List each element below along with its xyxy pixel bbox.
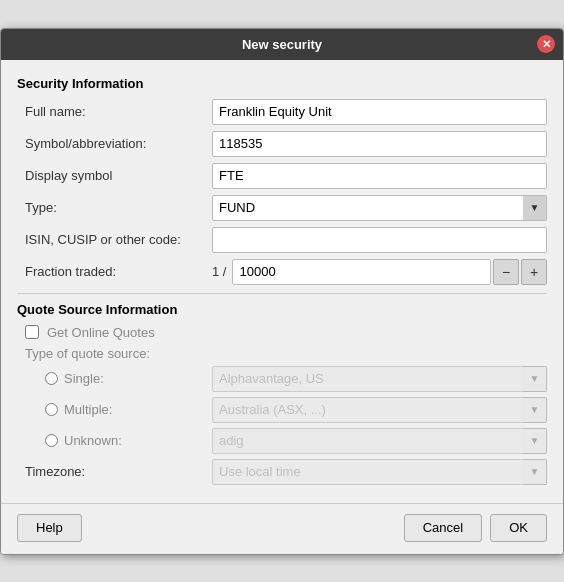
isin-input[interactable] [212, 227, 547, 253]
symbol-label: Symbol/abbreviation: [17, 136, 212, 151]
unknown-label: Unknown: [64, 433, 122, 448]
dialog-content: Security Information Full name: Symbol/a… [1, 60, 563, 503]
type-select[interactable]: FUND [212, 195, 547, 221]
full-name-input[interactable] [212, 99, 547, 125]
get-online-quotes-row: Get Online Quotes [17, 325, 547, 340]
chevron-down-icon: ▼ [530, 435, 540, 446]
unknown-select-wrapper: adig ▼ [212, 428, 547, 454]
single-select[interactable]: Alphavantage, US [212, 366, 547, 392]
unknown-radio-col: Unknown: [17, 433, 212, 448]
timezone-select[interactable]: Use local time [212, 459, 547, 485]
new-security-dialog: New security ✕ Security Information Full… [0, 28, 564, 555]
single-row: Single: Alphavantage, US ▼ [17, 366, 547, 392]
plus-icon: + [530, 264, 538, 280]
type-of-quote-source-label: Type of quote source: [17, 346, 547, 361]
type-label: Type: [17, 200, 212, 215]
single-dropdown-arrow[interactable]: ▼ [523, 366, 547, 392]
fraction-label: Fraction traded: [17, 264, 212, 279]
multiple-row: Multiple: Australia (ASX, ...) ▼ [17, 397, 547, 423]
minus-icon: − [502, 264, 510, 280]
multiple-label: Multiple: [64, 402, 112, 417]
multiple-dropdown-arrow[interactable]: ▼ [523, 397, 547, 423]
unknown-row: Unknown: adig ▼ [17, 428, 547, 454]
type-row: Type: FUND ▼ [17, 195, 547, 221]
single-radio-col: Single: [17, 371, 212, 386]
close-icon: ✕ [542, 38, 551, 51]
full-name-row: Full name: [17, 99, 547, 125]
ok-button[interactable]: OK [490, 514, 547, 542]
get-online-quotes-checkbox[interactable] [25, 325, 39, 339]
dialog-title: New security [242, 37, 322, 52]
help-button[interactable]: Help [17, 514, 82, 542]
chevron-down-icon: ▼ [530, 202, 540, 213]
multiple-select-wrapper: Australia (ASX, ...) ▼ [212, 397, 547, 423]
display-symbol-input[interactable] [212, 163, 547, 189]
quote-source-section-title: Quote Source Information [17, 302, 547, 317]
single-label: Single: [64, 371, 104, 386]
symbol-row: Symbol/abbreviation: [17, 131, 547, 157]
isin-label: ISIN, CUSIP or other code: [17, 232, 212, 247]
decrement-button[interactable]: − [493, 259, 519, 285]
increment-button[interactable]: + [521, 259, 547, 285]
multiple-radio[interactable] [45, 403, 58, 416]
footer-right-buttons: Cancel OK [404, 514, 547, 542]
dialog-footer: Help Cancel OK [1, 503, 563, 554]
fraction-prefix: 1 / [212, 264, 226, 279]
title-bar: New security ✕ [1, 29, 563, 60]
fraction-controls: 1 / − + [212, 259, 547, 285]
fraction-row: Fraction traded: 1 / − + [17, 259, 547, 285]
chevron-down-icon: ▼ [530, 404, 540, 415]
full-name-label: Full name: [17, 104, 212, 119]
chevron-down-icon: ▼ [530, 373, 540, 384]
get-online-quotes-label: Get Online Quotes [47, 325, 155, 340]
chevron-down-icon: ▼ [530, 466, 540, 477]
close-button[interactable]: ✕ [537, 35, 555, 53]
unknown-dropdown-arrow[interactable]: ▼ [523, 428, 547, 454]
single-radio[interactable] [45, 372, 58, 385]
single-select-wrapper: Alphavantage, US ▼ [212, 366, 547, 392]
display-symbol-row: Display symbol [17, 163, 547, 189]
divider [17, 293, 547, 294]
display-symbol-label: Display symbol [17, 168, 212, 183]
timezone-label: Timezone: [17, 464, 212, 479]
timezone-dropdown-arrow[interactable]: ▼ [523, 459, 547, 485]
timezone-row: Timezone: Use local time ▼ [17, 459, 547, 485]
type-select-wrapper: FUND ▼ [212, 195, 547, 221]
unknown-select[interactable]: adig [212, 428, 547, 454]
multiple-radio-col: Multiple: [17, 402, 212, 417]
unknown-radio[interactable] [45, 434, 58, 447]
type-dropdown-arrow[interactable]: ▼ [523, 195, 547, 221]
fraction-value-input[interactable] [232, 259, 491, 285]
symbol-input[interactable] [212, 131, 547, 157]
isin-row: ISIN, CUSIP or other code: [17, 227, 547, 253]
cancel-button[interactable]: Cancel [404, 514, 482, 542]
timezone-select-wrapper: Use local time ▼ [212, 459, 547, 485]
security-info-section-title: Security Information [17, 76, 547, 91]
multiple-select[interactable]: Australia (ASX, ...) [212, 397, 547, 423]
